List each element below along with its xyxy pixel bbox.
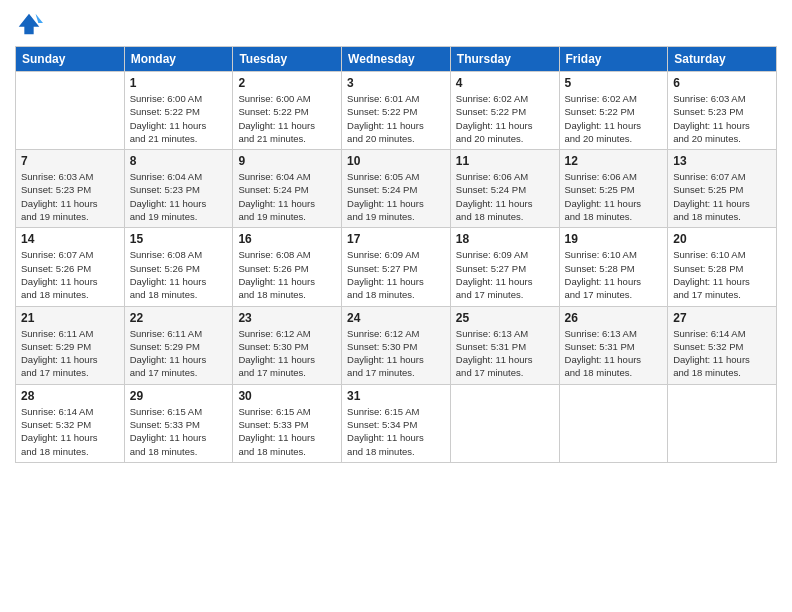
calendar-cell: 25Sunrise: 6:13 AM Sunset: 5:31 PM Dayli… xyxy=(450,306,559,384)
day-number: 28 xyxy=(21,389,119,403)
day-info: Sunrise: 6:12 AM Sunset: 5:30 PM Dayligh… xyxy=(347,327,445,380)
day-info: Sunrise: 6:10 AM Sunset: 5:28 PM Dayligh… xyxy=(673,248,771,301)
day-number: 20 xyxy=(673,232,771,246)
weekday-header-monday: Monday xyxy=(124,47,233,72)
day-info: Sunrise: 6:12 AM Sunset: 5:30 PM Dayligh… xyxy=(238,327,336,380)
calendar-cell: 2Sunrise: 6:00 AM Sunset: 5:22 PM Daylig… xyxy=(233,72,342,150)
day-number: 26 xyxy=(565,311,663,325)
calendar-cell: 24Sunrise: 6:12 AM Sunset: 5:30 PM Dayli… xyxy=(342,306,451,384)
day-info: Sunrise: 6:07 AM Sunset: 5:26 PM Dayligh… xyxy=(21,248,119,301)
calendar-cell xyxy=(16,72,125,150)
day-number: 11 xyxy=(456,154,554,168)
day-number: 14 xyxy=(21,232,119,246)
day-number: 7 xyxy=(21,154,119,168)
day-number: 8 xyxy=(130,154,228,168)
day-info: Sunrise: 6:06 AM Sunset: 5:25 PM Dayligh… xyxy=(565,170,663,223)
calendar-cell xyxy=(668,384,777,462)
calendar-cell: 13Sunrise: 6:07 AM Sunset: 5:25 PM Dayli… xyxy=(668,150,777,228)
page-header xyxy=(15,10,777,38)
day-info: Sunrise: 6:08 AM Sunset: 5:26 PM Dayligh… xyxy=(130,248,228,301)
calendar-cell: 27Sunrise: 6:14 AM Sunset: 5:32 PM Dayli… xyxy=(668,306,777,384)
logo xyxy=(15,10,47,38)
day-number: 31 xyxy=(347,389,445,403)
day-number: 12 xyxy=(565,154,663,168)
calendar-week-5: 28Sunrise: 6:14 AM Sunset: 5:32 PM Dayli… xyxy=(16,384,777,462)
day-number: 29 xyxy=(130,389,228,403)
day-number: 17 xyxy=(347,232,445,246)
day-number: 6 xyxy=(673,76,771,90)
calendar-cell: 20Sunrise: 6:10 AM Sunset: 5:28 PM Dayli… xyxy=(668,228,777,306)
day-number: 24 xyxy=(347,311,445,325)
day-info: Sunrise: 6:01 AM Sunset: 5:22 PM Dayligh… xyxy=(347,92,445,145)
calendar-week-1: 1Sunrise: 6:00 AM Sunset: 5:22 PM Daylig… xyxy=(16,72,777,150)
day-info: Sunrise: 6:08 AM Sunset: 5:26 PM Dayligh… xyxy=(238,248,336,301)
calendar-cell: 19Sunrise: 6:10 AM Sunset: 5:28 PM Dayli… xyxy=(559,228,668,306)
calendar-cell: 31Sunrise: 6:15 AM Sunset: 5:34 PM Dayli… xyxy=(342,384,451,462)
day-number: 5 xyxy=(565,76,663,90)
calendar-cell: 10Sunrise: 6:05 AM Sunset: 5:24 PM Dayli… xyxy=(342,150,451,228)
weekday-header-thursday: Thursday xyxy=(450,47,559,72)
calendar-cell: 8Sunrise: 6:04 AM Sunset: 5:23 PM Daylig… xyxy=(124,150,233,228)
calendar-cell: 7Sunrise: 6:03 AM Sunset: 5:23 PM Daylig… xyxy=(16,150,125,228)
day-info: Sunrise: 6:02 AM Sunset: 5:22 PM Dayligh… xyxy=(456,92,554,145)
day-info: Sunrise: 6:13 AM Sunset: 5:31 PM Dayligh… xyxy=(456,327,554,380)
day-info: Sunrise: 6:05 AM Sunset: 5:24 PM Dayligh… xyxy=(347,170,445,223)
day-number: 23 xyxy=(238,311,336,325)
calendar-table: SundayMondayTuesdayWednesdayThursdayFrid… xyxy=(15,46,777,463)
logo-icon xyxy=(15,10,43,38)
day-info: Sunrise: 6:09 AM Sunset: 5:27 PM Dayligh… xyxy=(347,248,445,301)
day-info: Sunrise: 6:00 AM Sunset: 5:22 PM Dayligh… xyxy=(130,92,228,145)
calendar-cell: 28Sunrise: 6:14 AM Sunset: 5:32 PM Dayli… xyxy=(16,384,125,462)
day-number: 15 xyxy=(130,232,228,246)
day-info: Sunrise: 6:15 AM Sunset: 5:34 PM Dayligh… xyxy=(347,405,445,458)
calendar-week-3: 14Sunrise: 6:07 AM Sunset: 5:26 PM Dayli… xyxy=(16,228,777,306)
weekday-header-wednesday: Wednesday xyxy=(342,47,451,72)
day-number: 4 xyxy=(456,76,554,90)
calendar-cell: 1Sunrise: 6:00 AM Sunset: 5:22 PM Daylig… xyxy=(124,72,233,150)
calendar-cell: 17Sunrise: 6:09 AM Sunset: 5:27 PM Dayli… xyxy=(342,228,451,306)
day-number: 9 xyxy=(238,154,336,168)
day-info: Sunrise: 6:09 AM Sunset: 5:27 PM Dayligh… xyxy=(456,248,554,301)
day-info: Sunrise: 6:04 AM Sunset: 5:23 PM Dayligh… xyxy=(130,170,228,223)
calendar-cell: 15Sunrise: 6:08 AM Sunset: 5:26 PM Dayli… xyxy=(124,228,233,306)
day-info: Sunrise: 6:03 AM Sunset: 5:23 PM Dayligh… xyxy=(673,92,771,145)
day-info: Sunrise: 6:06 AM Sunset: 5:24 PM Dayligh… xyxy=(456,170,554,223)
calendar-cell: 6Sunrise: 6:03 AM Sunset: 5:23 PM Daylig… xyxy=(668,72,777,150)
day-info: Sunrise: 6:03 AM Sunset: 5:23 PM Dayligh… xyxy=(21,170,119,223)
day-number: 1 xyxy=(130,76,228,90)
day-number: 22 xyxy=(130,311,228,325)
calendar-cell: 3Sunrise: 6:01 AM Sunset: 5:22 PM Daylig… xyxy=(342,72,451,150)
day-number: 30 xyxy=(238,389,336,403)
day-info: Sunrise: 6:02 AM Sunset: 5:22 PM Dayligh… xyxy=(565,92,663,145)
day-info: Sunrise: 6:04 AM Sunset: 5:24 PM Dayligh… xyxy=(238,170,336,223)
calendar-cell: 16Sunrise: 6:08 AM Sunset: 5:26 PM Dayli… xyxy=(233,228,342,306)
day-number: 27 xyxy=(673,311,771,325)
day-info: Sunrise: 6:14 AM Sunset: 5:32 PM Dayligh… xyxy=(21,405,119,458)
calendar-cell: 30Sunrise: 6:15 AM Sunset: 5:33 PM Dayli… xyxy=(233,384,342,462)
calendar-cell: 29Sunrise: 6:15 AM Sunset: 5:33 PM Dayli… xyxy=(124,384,233,462)
day-info: Sunrise: 6:14 AM Sunset: 5:32 PM Dayligh… xyxy=(673,327,771,380)
day-info: Sunrise: 6:00 AM Sunset: 5:22 PM Dayligh… xyxy=(238,92,336,145)
calendar-week-4: 21Sunrise: 6:11 AM Sunset: 5:29 PM Dayli… xyxy=(16,306,777,384)
calendar-cell: 22Sunrise: 6:11 AM Sunset: 5:29 PM Dayli… xyxy=(124,306,233,384)
weekday-header-tuesday: Tuesday xyxy=(233,47,342,72)
day-number: 13 xyxy=(673,154,771,168)
day-info: Sunrise: 6:11 AM Sunset: 5:29 PM Dayligh… xyxy=(21,327,119,380)
calendar-cell: 9Sunrise: 6:04 AM Sunset: 5:24 PM Daylig… xyxy=(233,150,342,228)
weekday-header-sunday: Sunday xyxy=(16,47,125,72)
calendar-page: SundayMondayTuesdayWednesdayThursdayFrid… xyxy=(0,0,792,612)
calendar-cell: 11Sunrise: 6:06 AM Sunset: 5:24 PM Dayli… xyxy=(450,150,559,228)
calendar-cell: 14Sunrise: 6:07 AM Sunset: 5:26 PM Dayli… xyxy=(16,228,125,306)
day-number: 3 xyxy=(347,76,445,90)
day-number: 21 xyxy=(21,311,119,325)
calendar-cell xyxy=(450,384,559,462)
day-number: 10 xyxy=(347,154,445,168)
calendar-week-2: 7Sunrise: 6:03 AM Sunset: 5:23 PM Daylig… xyxy=(16,150,777,228)
day-number: 25 xyxy=(456,311,554,325)
day-info: Sunrise: 6:13 AM Sunset: 5:31 PM Dayligh… xyxy=(565,327,663,380)
weekday-header-saturday: Saturday xyxy=(668,47,777,72)
calendar-cell: 5Sunrise: 6:02 AM Sunset: 5:22 PM Daylig… xyxy=(559,72,668,150)
calendar-cell: 18Sunrise: 6:09 AM Sunset: 5:27 PM Dayli… xyxy=(450,228,559,306)
svg-marker-1 xyxy=(36,14,43,23)
calendar-cell: 12Sunrise: 6:06 AM Sunset: 5:25 PM Dayli… xyxy=(559,150,668,228)
